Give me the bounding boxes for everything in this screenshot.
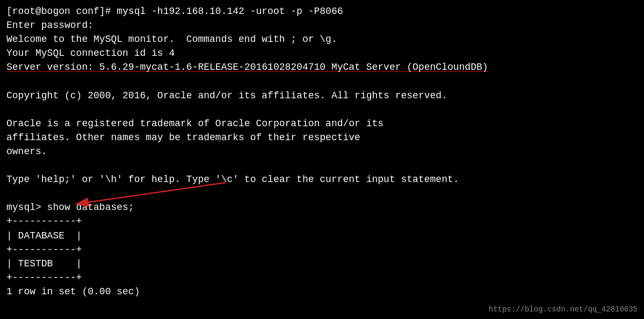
line-copyright: Copyright (c) 2000, 2016, Oracle and/or … bbox=[6, 89, 638, 103]
line-conn-id: Your MySQL connection id is 4 bbox=[6, 46, 638, 60]
line-oracle3: owners. bbox=[6, 144, 638, 158]
line-welcome: Welcome to the MySQL monitor. Commands e… bbox=[6, 32, 638, 46]
table-row-testdb: | TESTDB | bbox=[6, 257, 638, 271]
line-empty2 bbox=[6, 103, 638, 117]
line-server-ver: Server version: 5.6.29-mycat-1.6-RELEASE… bbox=[6, 60, 638, 74]
line-oracle2: affiliates. Other names may be trademark… bbox=[6, 130, 638, 144]
line-enter-pw: Enter password: bbox=[6, 18, 638, 32]
line-cmd: [root@bogon conf]# mysql -h192.168.10.14… bbox=[6, 4, 638, 18]
terminal-window: [root@bogon conf]# mysql -h192.168.10.14… bbox=[0, 0, 644, 319]
svg-line-1 bbox=[75, 183, 226, 204]
table-header: | DATABASE | bbox=[6, 229, 638, 243]
table-bottom: +-----------+ bbox=[6, 271, 638, 285]
line-oracle1: Oracle is a registered trademark of Orac… bbox=[6, 117, 638, 130]
watermark: https://blog.csdn.net/qq_42810635 bbox=[489, 305, 638, 314]
line-empty3 bbox=[6, 158, 638, 172]
table-separator: +-----------+ bbox=[6, 243, 638, 257]
table-top: +-----------+ bbox=[6, 214, 638, 228]
arrow-annotation bbox=[70, 177, 231, 209]
line-empty1 bbox=[6, 74, 638, 88]
line-result: 1 row in set (0.00 sec) bbox=[6, 285, 638, 299]
